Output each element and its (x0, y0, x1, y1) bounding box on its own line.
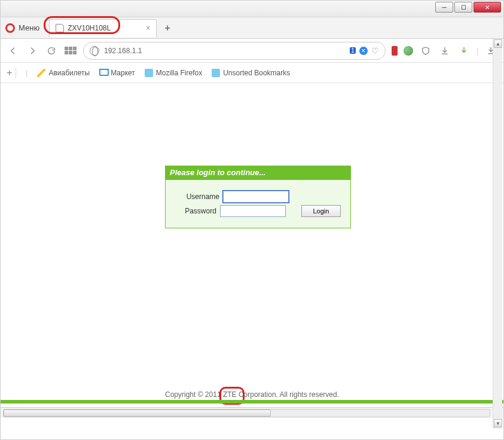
bookmark-item[interactable]: Маркет (99, 69, 135, 77)
scrollbar-thumb[interactable] (4, 410, 271, 417)
tab-close-icon[interactable]: × (146, 24, 150, 32)
horizontal-scrollbar[interactable] (3, 409, 490, 417)
blocker-icon[interactable]: ✕ (359, 47, 368, 55)
vertical-scrollbar[interactable]: ▲ ▼ (493, 39, 502, 429)
bookmark-item[interactable]: Авиабилеты (37, 69, 90, 77)
add-bookmark-button[interactable]: + (7, 68, 16, 78)
password-input[interactable] (220, 205, 286, 217)
login-header: Please login to continue... (165, 166, 351, 179)
brand-text: ZTE (223, 390, 237, 399)
tab-title: ZXV10H108L (68, 24, 111, 32)
downloads-arrow-icon[interactable] (438, 44, 451, 57)
extensions-area: | (392, 44, 497, 57)
bookmarks-bar: + | Авиабилеты Маркет Mozilla Firefox Un… (1, 63, 503, 83)
menu-label: Меню (19, 23, 39, 32)
scroll-up-button[interactable]: ▲ (494, 39, 502, 48)
window-close-button[interactable]: ✕ (474, 2, 501, 13)
globe-icon (90, 46, 99, 56)
favorite-icon[interactable]: ♡ (371, 46, 379, 56)
new-tab-button[interactable]: + (160, 21, 175, 35)
page-icon (56, 24, 64, 32)
plane-icon (37, 69, 45, 77)
window-minimize-button[interactable]: ─ (435, 2, 453, 13)
password-label: Password (175, 207, 216, 215)
reload-button[interactable] (45, 44, 58, 57)
opera-logo-icon (5, 23, 15, 33)
opera-menu-button[interactable]: Меню (5, 23, 39, 33)
bookmark-item[interactable]: Mozilla Firefox (145, 69, 202, 77)
extension-icon-1[interactable] (392, 46, 398, 56)
forward-button[interactable] (26, 44, 39, 57)
extension-icon-2[interactable] (404, 46, 413, 56)
username-label: Username (175, 192, 219, 201)
browser-tab[interactable]: ZXV10H108L × (49, 19, 157, 37)
bookmark-label: Маркет (111, 69, 135, 77)
speed-dial-button[interactable] (64, 44, 77, 57)
url-text: 192.168.1.1 (104, 47, 142, 55)
extension-savefrom-icon[interactable] (457, 44, 471, 57)
login-button[interactable]: Login (301, 205, 341, 217)
window-titlebar: ─ ☐ ✕ (1, 1, 503, 17)
blocker-count-badge: 1 (350, 47, 356, 54)
copyright-text: Copyright © 2011 ZTE Corporation. All ri… (1, 390, 503, 399)
bookmark-label: Unsorted Bookmarks (223, 69, 290, 77)
footer-divider (1, 400, 503, 404)
address-bar[interactable]: 192.168.1.1 1 ✕ ♡ (83, 42, 386, 60)
folder-icon (212, 69, 220, 77)
bookmark-item[interactable]: Unsorted Bookmarks (212, 69, 290, 77)
login-panel: Please login to continue... Username Pas… (165, 166, 351, 228)
scroll-down-button[interactable]: ▼ (494, 419, 502, 427)
window-maximize-button[interactable]: ☐ (454, 2, 472, 13)
extension-shield-icon[interactable] (419, 44, 432, 57)
folder-icon (145, 69, 153, 77)
bookmark-label: Авиабилеты (48, 69, 90, 77)
page-content: Please login to continue... Username Pas… (1, 83, 503, 418)
bookmark-label: Mozilla Firefox (156, 69, 202, 77)
cart-icon (99, 69, 108, 77)
status-bar (1, 407, 503, 418)
nav-toolbar: 192.168.1.1 1 ✕ ♡ | (1, 39, 503, 63)
tab-strip: Меню ZXV10H108L × + (1, 17, 503, 39)
back-button[interactable] (7, 44, 20, 57)
username-input[interactable] (223, 191, 289, 203)
copyright-prefix: Copyright © 2011 (165, 390, 223, 399)
copyright-suffix: Corporation. All rights reserved. (237, 390, 339, 399)
